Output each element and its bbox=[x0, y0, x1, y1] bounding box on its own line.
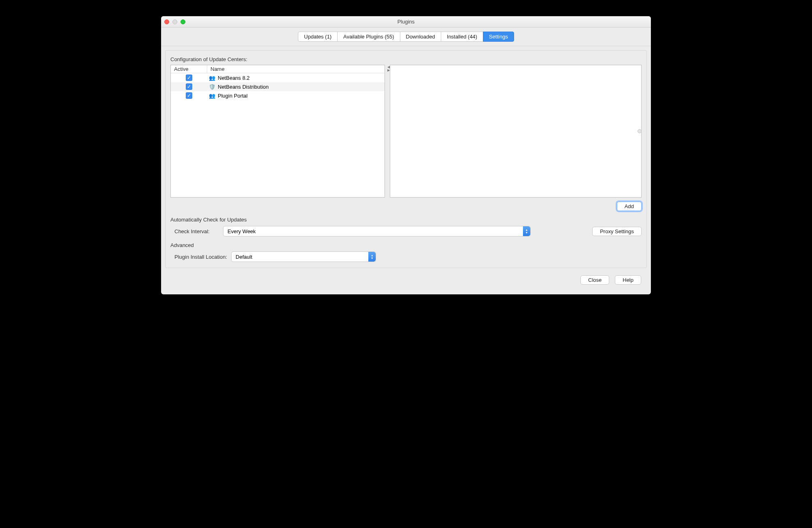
add-button[interactable]: Add bbox=[617, 202, 642, 211]
update-centers-label: Configuration of Update Centers: bbox=[170, 56, 642, 62]
active-checkbox[interactable]: ✓ bbox=[186, 83, 192, 90]
table-row[interactable]: ✓ 👥 NetBeans 8.2 bbox=[171, 73, 385, 82]
center-name: Plugin Portal bbox=[218, 93, 248, 99]
install-location-select[interactable]: Default ▲▼ bbox=[231, 251, 376, 262]
active-checkbox[interactable]: ✓ bbox=[186, 75, 192, 81]
center-name: NetBeans 8.2 bbox=[218, 75, 250, 81]
close-button[interactable]: Close bbox=[580, 275, 609, 285]
window-title: Plugins bbox=[161, 19, 651, 25]
table-row[interactable]: ✓ 👥 Plugin Portal bbox=[171, 91, 385, 100]
plugins-dialog: Plugins Updates (1) Available Plugins (5… bbox=[161, 16, 651, 294]
update-centers-table[interactable]: Active Name ✓ 👥 NetBeans 8.2 bbox=[170, 65, 385, 198]
check-interval-select[interactable]: Every Week ▲▼ bbox=[223, 226, 531, 236]
table-row[interactable]: ✓ 🛡️ NetBeans Distribution bbox=[171, 82, 385, 91]
check-interval-value: Every Week bbox=[227, 228, 256, 234]
people-icon: 👥 bbox=[209, 92, 215, 99]
settings-panel: Configuration of Update Centers: Active … bbox=[165, 50, 647, 268]
details-panel bbox=[390, 65, 642, 198]
column-name[interactable]: Name bbox=[207, 65, 385, 73]
tab-updates[interactable]: Updates (1) bbox=[298, 32, 338, 42]
install-location-label: Plugin Install Location: bbox=[170, 254, 227, 260]
help-button[interactable]: Help bbox=[615, 275, 641, 285]
scroll-indicator bbox=[638, 129, 642, 133]
advanced-label: Advanced bbox=[170, 242, 642, 248]
people-icon: 👥 bbox=[209, 75, 215, 81]
table-header: Active Name bbox=[171, 65, 385, 73]
tab-settings[interactable]: Settings bbox=[483, 32, 514, 42]
dialog-footer: Close Help bbox=[165, 268, 647, 290]
chevron-updown-icon: ▲▼ bbox=[368, 252, 376, 262]
auto-check-label: Automatically Check for Updates bbox=[170, 217, 642, 223]
tab-installed[interactable]: Installed (44) bbox=[441, 32, 483, 42]
tab-bar: Updates (1) Available Plugins (55) Downl… bbox=[161, 28, 651, 46]
titlebar: Plugins bbox=[161, 16, 651, 28]
column-active[interactable]: Active bbox=[171, 65, 207, 73]
tab-available[interactable]: Available Plugins (55) bbox=[337, 32, 400, 42]
install-location-value: Default bbox=[236, 254, 252, 260]
active-checkbox[interactable]: ✓ bbox=[186, 92, 192, 99]
box-icon: 🛡️ bbox=[209, 83, 215, 90]
tab-downloaded[interactable]: Downloaded bbox=[400, 32, 441, 42]
proxy-settings-button[interactable]: Proxy Settings bbox=[592, 227, 642, 236]
center-name: NetBeans Distribution bbox=[218, 84, 269, 90]
check-interval-label: Check Interval: bbox=[170, 228, 219, 234]
chevron-updown-icon: ▲▼ bbox=[523, 226, 530, 236]
